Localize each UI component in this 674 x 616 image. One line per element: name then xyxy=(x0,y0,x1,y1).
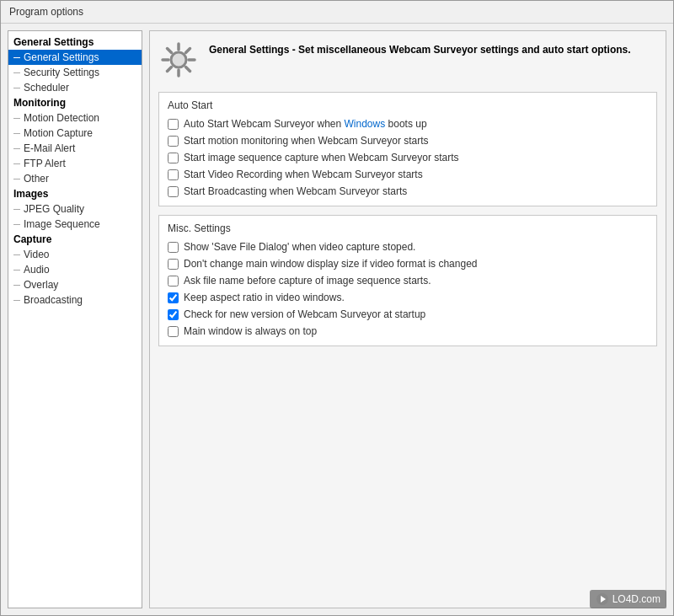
sidebar-group-capture: Capture xyxy=(8,232,142,247)
svg-line-7 xyxy=(186,49,190,53)
checkbox-ask-file-name[interactable] xyxy=(168,276,179,287)
checkbox-row-start-image-sequence: Start image sequence capture when Webcam… xyxy=(168,152,648,163)
checkbox-row-auto-start-windows: Auto Start Webcam Surveyor when Windows … xyxy=(168,118,648,130)
sidebar: General SettingsGeneral SettingsSecurity… xyxy=(8,30,142,608)
svg-line-6 xyxy=(186,67,190,72)
checkbox-label-start-broadcasting: Start Broadcasting when Webcam Surveyor … xyxy=(184,185,407,197)
checkbox-label-ask-file-name: Ask file name before capture of image se… xyxy=(184,275,431,287)
panel-header: General Settings - Set miscellaneous Web… xyxy=(158,40,657,80)
checkbox-row-ask-file-name: Ask file name before capture of image se… xyxy=(168,275,648,287)
checkbox-label-auto-start-windows: Auto Start Webcam Surveyor when Windows … xyxy=(184,118,427,130)
sidebar-group-monitoring: Monitoring xyxy=(8,95,142,110)
checkbox-start-image-sequence[interactable] xyxy=(168,153,179,163)
content-area: General SettingsGeneral SettingsSecurity… xyxy=(1,24,673,615)
checkbox-start-broadcasting[interactable] xyxy=(168,186,179,197)
misc-settings-section: Misc. Settings Show 'Save File Dialog' w… xyxy=(158,215,657,346)
checkbox-label-show-save-dialog: Show 'Save File Dialog' when video captu… xyxy=(184,241,415,253)
sidebar-item-jpeg-quality[interactable]: JPEG Quality xyxy=(8,201,142,217)
sidebar-item-image-sequence[interactable]: Image Sequence xyxy=(8,217,142,232)
misc-settings-items: Show 'Save File Dialog' when video captu… xyxy=(168,241,648,337)
watermark-icon xyxy=(596,592,609,606)
checkbox-row-check-new-version: Check for new version of Webcam Surveyor… xyxy=(168,308,648,320)
auto-start-items: Auto Start Webcam Surveyor when Windows … xyxy=(168,118,648,197)
checkbox-start-motion-monitoring[interactable] xyxy=(168,136,179,147)
svg-point-0 xyxy=(171,52,186,67)
sidebar-group-general-settings: General Settings xyxy=(8,35,142,50)
misc-settings-label: Misc. Settings xyxy=(168,222,648,234)
checkbox-row-always-on-top: Main window is always on top xyxy=(168,325,648,337)
sidebar-item-ftp-alert[interactable]: FTP Alert xyxy=(8,156,142,171)
checkbox-keep-aspect-ratio[interactable] xyxy=(168,292,179,303)
checkbox-always-on-top[interactable] xyxy=(168,326,179,337)
checkbox-row-no-change-window-size: Don't change main window display size if… xyxy=(168,258,648,270)
checkbox-label-no-change-window-size: Don't change main window display size if… xyxy=(184,258,477,270)
window-title: Program options xyxy=(9,6,83,18)
checkbox-label-start-video-recording: Start Video Recording when Webcam Survey… xyxy=(184,169,423,180)
sidebar-item-motion-capture[interactable]: Motion Capture xyxy=(8,126,142,141)
sidebar-group-images: Images xyxy=(8,186,142,201)
checkbox-auto-start-windows[interactable] xyxy=(168,119,179,130)
sidebar-item-broadcasting[interactable]: Broadcasting xyxy=(8,292,142,308)
checkbox-label-always-on-top: Main window is always on top xyxy=(184,325,317,337)
program-options-window: Program options General SettingsGeneral … xyxy=(0,0,674,616)
sidebar-item-other[interactable]: Other xyxy=(8,171,142,186)
checkbox-row-start-broadcasting: Start Broadcasting when Webcam Surveyor … xyxy=(168,185,648,197)
checkbox-show-save-dialog[interactable] xyxy=(168,242,179,253)
checkbox-label-start-image-sequence: Start image sequence capture when Webcam… xyxy=(184,152,459,163)
panel-title: General Settings - Set miscellaneous Web… xyxy=(209,40,631,57)
checkbox-label-start-motion-monitoring: Start motion monitoring when Webcam Surv… xyxy=(184,135,429,147)
checkbox-row-start-video-recording: Start Video Recording when Webcam Survey… xyxy=(168,169,648,180)
checkbox-label-keep-aspect-ratio: Keep aspect ratio in video windows. xyxy=(184,292,345,303)
title-bar: Program options xyxy=(1,1,673,24)
auto-start-section: Auto Start Auto Start Webcam Surveyor wh… xyxy=(158,92,657,206)
svg-line-8 xyxy=(168,67,172,72)
sidebar-item-email-alert[interactable]: E-Mail Alert xyxy=(8,141,142,156)
sidebar-item-audio[interactable]: Audio xyxy=(8,262,142,277)
main-panel: General Settings - Set miscellaneous Web… xyxy=(149,30,666,608)
sidebar-item-overlay[interactable]: Overlay xyxy=(8,277,142,292)
watermark-text: LO4D.com xyxy=(612,593,661,605)
checkbox-row-keep-aspect-ratio: Keep aspect ratio in video windows. xyxy=(168,292,648,303)
auto-start-label: Auto Start xyxy=(168,99,648,111)
windows-link[interactable]: Windows xyxy=(345,118,386,130)
checkbox-row-start-motion-monitoring: Start motion monitoring when Webcam Surv… xyxy=(168,135,648,147)
svg-line-5 xyxy=(168,49,172,53)
sidebar-item-scheduler[interactable]: Scheduler xyxy=(8,80,142,95)
sidebar-item-security-settings[interactable]: Security Settings xyxy=(8,65,142,80)
sidebar-item-video[interactable]: Video xyxy=(8,247,142,262)
sidebar-item-general-settings[interactable]: General Settings xyxy=(8,50,142,65)
checkbox-label-check-new-version: Check for new version of Webcam Surveyor… xyxy=(184,308,425,320)
sidebar-item-motion-detection[interactable]: Motion Detection xyxy=(8,110,142,126)
gear-icon xyxy=(158,40,199,80)
checkbox-check-new-version[interactable] xyxy=(168,309,179,320)
checkbox-no-change-window-size[interactable] xyxy=(168,259,179,270)
checkbox-row-show-save-dialog: Show 'Save File Dialog' when video captu… xyxy=(168,241,648,253)
watermark: LO4D.com xyxy=(590,590,666,608)
checkbox-start-video-recording[interactable] xyxy=(168,169,179,180)
